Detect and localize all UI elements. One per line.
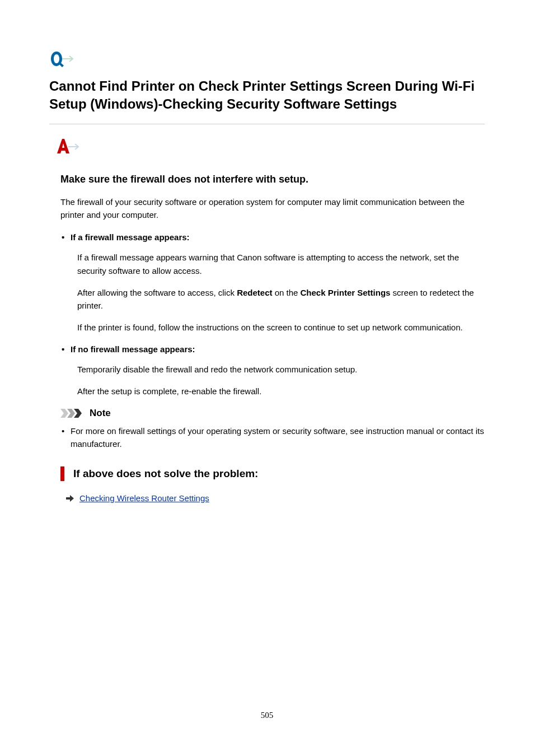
page-number: 505 <box>0 711 534 720</box>
router-settings-link[interactable]: Checking Wireless Router Settings <box>79 493 209 503</box>
bullet-item: If no firewall message appears: Temporar… <box>71 344 485 398</box>
answer-icon <box>55 138 485 158</box>
bullet-paragraph: Temporarily disable the firewall and red… <box>77 363 485 376</box>
note-title: Note <box>90 408 111 419</box>
bullet-paragraph: If the printer is found, follow the inst… <box>77 321 485 334</box>
text-fragment: on the <box>272 288 300 297</box>
bullet-title: If a firewall message appears: <box>71 232 485 242</box>
bullet-paragraph: After allowing the software to access, c… <box>77 286 485 312</box>
unresolved-heading: If above does not solve the problem: <box>60 466 485 481</box>
red-bar-icon <box>60 466 64 481</box>
link-row: Checking Wireless Router Settings <box>66 493 485 503</box>
unresolved-title: If above does not solve the problem: <box>73 468 258 480</box>
arrow-right-icon <box>66 494 74 502</box>
bullet-paragraph: After the setup is complete, re-enable t… <box>77 385 485 398</box>
text-fragment: After allowing the software to access, c… <box>77 288 237 297</box>
note-text: For more on firewall settings of your op… <box>71 424 485 451</box>
intro-paragraph: The firewall of your security software o… <box>60 195 485 222</box>
text-bold: Redetect <box>237 288 272 297</box>
chevrons-icon <box>60 409 85 418</box>
bullet-item: If a firewall message appears: If a fire… <box>71 232 485 334</box>
question-icon <box>49 50 485 72</box>
divider <box>49 124 485 124</box>
note-header: Note <box>60 408 485 419</box>
bullet-paragraph: If a firewall message appears warning th… <box>77 251 485 277</box>
bullet-title: If no firewall message appears: <box>71 344 485 354</box>
section-heading: Make sure the firewall does not interfer… <box>60 174 485 185</box>
page-title: Cannot Find Printer on Check Printer Set… <box>49 77 485 114</box>
text-bold: Check Printer Settings <box>301 288 391 297</box>
